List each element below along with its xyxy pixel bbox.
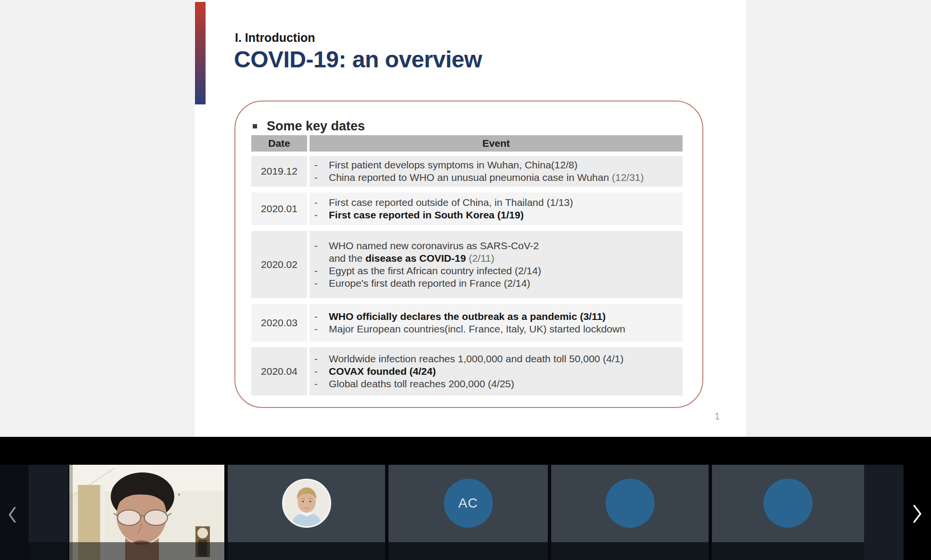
table-cell-event: -First case reported outside of China, i… xyxy=(310,192,683,225)
table-cell-date: 2020.02 xyxy=(251,231,307,298)
event-line: -WHO officially declares the outbreak as… xyxy=(314,310,683,323)
tile-name-bar xyxy=(551,542,709,560)
event-line: -First case reported in South Korea (1/1… xyxy=(314,209,683,221)
event-line: -First case reported outside of China, i… xyxy=(314,196,683,209)
square-bullet-icon xyxy=(253,124,257,128)
table-row: 2020.03-WHO officially declares the outb… xyxy=(251,304,683,342)
event-line: -WHO named new coronavirus as SARS-CoV-2 xyxy=(314,240,683,252)
key-dates-heading: Some key dates xyxy=(267,119,365,134)
event-line: -Europe's first death reported in France… xyxy=(314,277,683,290)
table-header-date: Date xyxy=(251,135,307,152)
slide-section-label: I. Introduction xyxy=(235,31,315,45)
event-text: China reported to WHO an unusual pneumon… xyxy=(329,171,644,184)
table-row: 2019.12-First patient develops symptoms … xyxy=(251,156,683,187)
event-text: First patient develops symptoms in Wuhan… xyxy=(329,159,578,171)
dash-bullet: - xyxy=(314,277,329,290)
dash-bullet: - xyxy=(314,159,329,171)
table-cell-date: 2019.12 xyxy=(251,156,307,187)
tile-name-bar xyxy=(69,542,224,560)
participant-tile-offscreen-right[interactable] xyxy=(864,465,904,560)
table-cell-date: 2020.03 xyxy=(251,304,307,342)
dash-bullet: - xyxy=(314,353,329,365)
avatar xyxy=(282,479,331,528)
dash-bullet: - xyxy=(314,265,329,277)
avatar-photo xyxy=(284,480,330,526)
event-text: Egypt as the first African country infec… xyxy=(329,265,541,277)
event-text: First case reported in South Korea (1/19… xyxy=(329,209,524,221)
tile-name-bar xyxy=(712,542,864,560)
filmstrip-next-button[interactable] xyxy=(904,465,931,560)
slide-accent-bar xyxy=(195,2,206,104)
event-line: -Worldwide infection reaches 1,000,000 a… xyxy=(314,353,683,365)
key-dates-heading-row: Some key dates xyxy=(253,119,365,134)
meeting-window: I. Introduction COVID-19: an overview So… xyxy=(0,0,931,560)
dash-bullet: - xyxy=(314,240,329,252)
participant-tile-avatar-photo[interactable] xyxy=(228,465,385,560)
table-cell-date: 2020.04 xyxy=(251,347,307,395)
participant-tile-blank-2[interactable] xyxy=(712,465,864,560)
tile-name-bar xyxy=(228,542,385,560)
event-line: and the disease as COVID-19 (2/11) xyxy=(314,252,683,265)
table-cell-event: -Worldwide infection reaches 1,000,000 a… xyxy=(310,347,683,395)
event-text: Global deaths toll reaches 200,000 (4/25… xyxy=(329,378,514,390)
table-header-event: Event xyxy=(310,135,683,152)
slide-page-number: 1 xyxy=(714,410,720,422)
event-text: Major European countries(incl. France, I… xyxy=(329,323,625,335)
table-row: 2020.01-First case reported outside of C… xyxy=(251,192,683,225)
event-text: and the disease as COVID-19 (2/11) xyxy=(329,252,494,265)
event-line: -Global deaths toll reaches 200,000 (4/2… xyxy=(314,378,683,390)
dash-bullet: - xyxy=(314,378,329,390)
dash-bullet: - xyxy=(314,310,329,323)
dash-bullet xyxy=(314,252,329,265)
event-line: -Egypt as the first African country infe… xyxy=(314,265,683,277)
filmstrip-prev-button[interactable] xyxy=(0,465,28,560)
table-cell-event: -First patient develops symptoms in Wuha… xyxy=(310,156,683,187)
table-cell-event: -WHO named new coronavirus as SARS-CoV-2… xyxy=(310,231,683,298)
table-cell-event: -WHO officially declares the outbreak as… xyxy=(310,304,683,342)
event-text: Europe's first death reported in France … xyxy=(329,277,530,290)
table-row: 2020.02-WHO named new coronavirus as SAR… xyxy=(251,231,683,298)
avatar xyxy=(763,479,813,528)
dash-bullet: - xyxy=(314,209,329,221)
dash-bullet: - xyxy=(314,323,329,335)
table-body: 2019.12-First patient develops symptoms … xyxy=(251,156,683,395)
event-text: WHO officially declares the outbreak as … xyxy=(329,310,606,323)
event-text: Worldwide infection reaches 1,000,000 an… xyxy=(329,353,624,365)
table-cell-date: 2020.01 xyxy=(251,192,307,225)
dash-bullet: - xyxy=(314,171,329,184)
avatar: AC xyxy=(444,479,493,528)
slide-title: COVID-19: an overview xyxy=(234,46,482,73)
event-text: First case reported outside of China, in… xyxy=(329,196,573,209)
participant-tile-blank-1[interactable] xyxy=(551,465,709,560)
event-line: -COVAX founded (4/24) xyxy=(314,365,683,378)
key-dates-table: Date Event 2019.12-First patient develop… xyxy=(251,135,683,395)
event-text: COVAX founded (4/24) xyxy=(329,365,436,378)
table-row: 2020.04-Worldwide infection reaches 1,00… xyxy=(251,347,683,395)
tile-name-bar xyxy=(388,542,548,560)
chevron-left-icon xyxy=(7,505,18,524)
participant-tile-offscreen-left[interactable] xyxy=(28,465,68,560)
participant-tile-initials[interactable]: AC xyxy=(388,465,548,560)
event-text: WHO named new coronavirus as SARS-CoV-2 xyxy=(329,240,539,252)
chevron-right-icon xyxy=(911,503,923,524)
table-header-row: Date Event xyxy=(251,135,683,152)
avatar xyxy=(606,479,655,528)
stage-filmstrip-divider xyxy=(0,437,931,465)
participant-filmstrip: AC xyxy=(0,465,931,560)
dash-bullet: - xyxy=(314,196,329,209)
event-line: -China reported to WHO an unusual pneumo… xyxy=(314,171,683,184)
event-line: -First patient develops symptoms in Wuha… xyxy=(314,159,683,171)
participant-tile-video[interactable] xyxy=(69,465,224,560)
screen-share-stage: I. Introduction COVID-19: an overview So… xyxy=(0,0,931,437)
presentation-slide: I. Introduction COVID-19: an overview So… xyxy=(194,0,746,437)
tile-name-bar xyxy=(28,542,68,560)
dash-bullet: - xyxy=(314,365,329,378)
event-line: -Major European countries(incl. France, … xyxy=(314,323,683,335)
